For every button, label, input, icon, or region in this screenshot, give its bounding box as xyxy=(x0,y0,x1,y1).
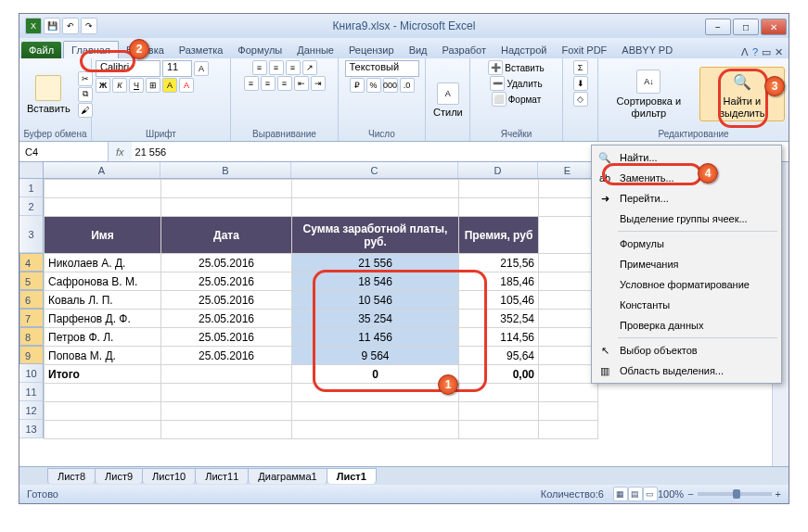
border-icon[interactable]: ⊞ xyxy=(146,78,160,93)
row-headers[interactable]: 1 2 3 4 5 6 7 8 9 10 11 12 13 xyxy=(19,179,44,438)
fx-icon[interactable]: fx xyxy=(109,146,132,158)
inc-decimal-icon[interactable]: .0 xyxy=(400,78,415,93)
comma-icon[interactable]: 000 xyxy=(383,78,398,93)
zoom-slider[interactable] xyxy=(698,492,772,496)
minimize-button[interactable]: − xyxy=(705,19,731,35)
minimize-ribbon-icon[interactable]: ᐱ xyxy=(741,46,749,58)
tab-addins[interactable]: Надстрой xyxy=(494,42,554,58)
paste-button[interactable]: Вставить xyxy=(23,73,74,116)
header-name[interactable]: Имя xyxy=(45,217,161,254)
sheet-tab[interactable]: Диаграмма1 xyxy=(248,468,327,484)
header-bonus[interactable]: Премия, руб xyxy=(459,217,539,254)
col-b[interactable]: B xyxy=(160,162,291,178)
view-break-icon[interactable]: ▭ xyxy=(643,487,658,501)
menu-goto-special[interactable]: Выделение группы ячеек... xyxy=(594,209,779,229)
header-date[interactable]: Дата xyxy=(161,217,292,254)
close-button[interactable]: ✕ xyxy=(761,19,787,35)
sort-filter-button[interactable]: A↓ Сортировка и фильтр xyxy=(602,68,696,120)
menu-constants[interactable]: Константы xyxy=(594,295,779,315)
align-bot-icon[interactable]: ≡ xyxy=(286,60,301,75)
cells-format-button[interactable]: ⬜Формат xyxy=(492,92,542,107)
find-select-button[interactable]: 🔍 Найти и выделить xyxy=(699,67,785,120)
bold-icon[interactable]: Ж xyxy=(96,78,110,93)
delete-icon: ➖ xyxy=(490,76,505,91)
workbook-close-icon[interactable]: ✕ xyxy=(775,46,783,58)
tab-data[interactable]: Данные xyxy=(289,42,341,58)
font-color-icon[interactable]: A xyxy=(179,78,194,93)
fill-icon[interactable]: ⬇ xyxy=(573,76,588,91)
sheet-tab[interactable]: Лист11 xyxy=(195,468,249,484)
menu-comments[interactable]: Примечания xyxy=(594,254,779,274)
view-normal-icon[interactable]: ▦ xyxy=(613,487,628,501)
orientation-icon[interactable]: ↗ xyxy=(302,60,317,75)
cells-delete-button[interactable]: ➖Удалить xyxy=(490,76,542,91)
tab-developer[interactable]: Разработ xyxy=(435,42,494,58)
tab-view[interactable]: Вид xyxy=(402,42,435,58)
indent-dec-icon[interactable]: ⇤ xyxy=(294,76,309,91)
view-layout-icon[interactable]: ▤ xyxy=(628,487,643,501)
tab-review[interactable]: Рецензир xyxy=(341,42,402,58)
menu-selection-pane[interactable]: ▥Область выделения... xyxy=(594,361,779,381)
menu-find[interactable]: 🔍Найти... xyxy=(594,147,779,168)
menu-select-objects[interactable]: ↖Выбор объектов xyxy=(594,340,779,361)
tab-abbyy[interactable]: ABBYY PD xyxy=(614,42,680,58)
autosum-icon[interactable]: Σ xyxy=(573,60,588,75)
sheet-tab-active[interactable]: Лист1 xyxy=(327,468,377,484)
col-d[interactable]: D xyxy=(458,162,538,178)
menu-data-validation[interactable]: Проверка данных xyxy=(594,315,779,336)
menu-replace[interactable]: abЗаменить... xyxy=(594,168,779,188)
tab-home[interactable]: Главная xyxy=(63,41,119,58)
cells-insert-button[interactable]: ➕Вставить xyxy=(488,60,544,75)
number-format-select[interactable]: Текстовый xyxy=(345,60,419,77)
tab-file[interactable]: Файл xyxy=(21,42,61,58)
sort-icon: A↓ xyxy=(636,70,661,94)
totals-row: Итого00,00 xyxy=(45,365,598,384)
tab-layout[interactable]: Разметка xyxy=(172,42,231,58)
font-size-select[interactable]: 11 xyxy=(162,60,192,77)
grow-font-icon[interactable]: A xyxy=(194,61,209,76)
align-right-icon[interactable]: ≡ xyxy=(277,76,292,91)
data-table[interactable]: Имя Дата Сумма заработной платы, руб. Пр… xyxy=(44,179,598,439)
header-salary[interactable]: Сумма заработной платы, руб. xyxy=(292,217,459,254)
menu-goto[interactable]: ➜Перейти... xyxy=(594,188,779,209)
name-box[interactable]: C4 xyxy=(19,142,109,161)
cut-icon[interactable]: ✂ xyxy=(78,71,93,86)
currency-icon[interactable]: ₽ xyxy=(350,78,365,93)
col-c[interactable]: C xyxy=(291,162,458,178)
select-all-corner[interactable] xyxy=(19,162,44,179)
align-mid-icon[interactable]: ≡ xyxy=(269,60,284,75)
undo-icon[interactable]: ↶ xyxy=(62,18,79,34)
help-icon[interactable]: ? xyxy=(752,46,758,58)
format-painter-icon[interactable]: 🖌 xyxy=(78,103,93,118)
sheet-tab[interactable]: Лист8 xyxy=(47,468,96,484)
group-editing-label: Редактирование xyxy=(602,128,785,139)
font-name-select[interactable]: Calibri xyxy=(96,60,160,77)
redo-icon[interactable]: ↷ xyxy=(81,18,97,34)
percent-icon[interactable]: % xyxy=(366,78,381,93)
tab-foxit[interactable]: Foxit PDF xyxy=(554,42,614,58)
tab-formulas[interactable]: Формулы xyxy=(230,42,289,58)
underline-icon[interactable]: Ч xyxy=(129,78,144,93)
italic-icon[interactable]: К xyxy=(112,78,127,93)
window-restore-icon[interactable]: ▭ xyxy=(762,46,771,58)
fill-color-icon[interactable]: A xyxy=(162,78,177,93)
save-icon[interactable]: 💾 xyxy=(44,18,60,34)
align-top-icon[interactable]: ≡ xyxy=(252,60,267,75)
maximize-button[interactable]: □ xyxy=(733,19,759,35)
menu-cond-format[interactable]: Условное форматирование xyxy=(594,274,779,295)
styles-button[interactable]: A Стили xyxy=(430,81,467,120)
menu-formulas[interactable]: Формулы xyxy=(594,234,779,254)
align-left-icon[interactable]: ≡ xyxy=(244,76,259,91)
copy-icon[interactable]: ⧉ xyxy=(78,87,93,102)
sheet-tab[interactable]: Лист9 xyxy=(95,468,143,484)
indent-inc-icon[interactable]: ⇥ xyxy=(311,76,326,91)
zoom-in-icon[interactable]: + xyxy=(776,488,781,500)
align-center-icon[interactable]: ≡ xyxy=(261,76,276,91)
zoom-level[interactable]: 100% xyxy=(658,488,684,500)
sheet-tab[interactable]: Лист10 xyxy=(142,468,196,484)
clear-icon[interactable]: ◇ xyxy=(573,92,588,107)
col-e[interactable]: E xyxy=(538,162,597,178)
tab-insert[interactable]: Вставка xyxy=(119,42,172,58)
zoom-out-icon[interactable]: − xyxy=(687,488,693,500)
col-a[interactable]: A xyxy=(44,162,160,178)
